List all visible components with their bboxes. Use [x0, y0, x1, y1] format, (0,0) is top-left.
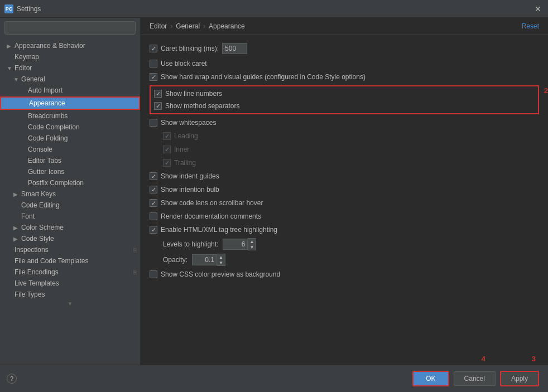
opacity-up-button[interactable]: ▲ — [217, 254, 225, 260]
title-bar: PC Settings ✕ — [0, 0, 548, 18]
sidebar-item-general[interactable]: ▼ General — [0, 74, 140, 85]
enable-html-xml-label: Enable HTML/XML tag tree highlighting — [161, 226, 277, 234]
show-code-lens-checkbox[interactable]: Show code lens on scrollbar hover — [150, 199, 263, 207]
show-hard-wrap-row: Show hard wrap and visual guides (config… — [150, 72, 539, 82]
sidebar-item-code-folding[interactable]: Code Folding — [0, 133, 140, 144]
sidebar-item-gutter-icons[interactable]: Gutter Icons — [0, 166, 140, 177]
sidebar-item-appearance[interactable]: Appearance — [0, 96, 140, 110]
show-css-checkbox[interactable]: Show CSS color preview as background — [150, 270, 280, 278]
show-css-row: Show CSS color preview as background — [150, 269, 539, 279]
breadcrumb-editor: Editor — [150, 22, 167, 30]
levels-down-button[interactable]: ▼ — [248, 244, 256, 250]
show-whitespaces-row: Show whitespaces — [150, 118, 539, 128]
sidebar-item-live-templates[interactable]: Live Templates — [0, 278, 140, 289]
sidebar-item-color-scheme[interactable]: ▶ Color Scheme — [0, 222, 140, 233]
caret-blinking-input[interactable] — [222, 43, 247, 54]
show-whitespaces-checkbox[interactable]: Show whitespaces — [150, 119, 216, 127]
sidebar-item-label: Editor — [15, 64, 32, 72]
ok-button[interactable]: OK — [412, 371, 449, 386]
caret-blinking-cb-box[interactable] — [150, 45, 157, 52]
show-method-sep-cb-box[interactable] — [154, 102, 162, 110]
right-panel: Editor › General › Appearance Reset Care… — [141, 18, 548, 365]
breadcrumb-bar: Editor › General › Appearance Reset — [141, 18, 548, 35]
render-docs-cb-box[interactable] — [150, 212, 157, 220]
sidebar-item-label: File and Code Templates — [15, 257, 89, 265]
cancel-button[interactable]: Cancel — [454, 371, 496, 386]
caret-blinking-label: Caret blinking (ms): — [161, 45, 219, 52]
levels-input[interactable] — [223, 239, 248, 250]
show-css-cb-box[interactable] — [150, 270, 157, 278]
trailing-checkbox[interactable]: Trailing — [163, 159, 196, 167]
sidebar-item-editor-tabs[interactable]: Editor Tabs — [0, 155, 140, 166]
search-box[interactable] — [4, 21, 136, 35]
leading-cb-box[interactable] — [163, 132, 171, 140]
leading-row: Leading — [163, 131, 539, 141]
opacity-down-button[interactable]: ▼ — [217, 260, 225, 265]
render-docs-row: Render documentation comments — [150, 211, 539, 221]
trailing-row: Trailing — [163, 158, 539, 168]
show-indent-checkbox[interactable]: Show indent guides — [150, 172, 219, 180]
show-indent-label: Show indent guides — [161, 172, 219, 180]
breadcrumb: Editor › General › Appearance — [150, 22, 245, 30]
show-whitespaces-cb-box[interactable] — [150, 119, 157, 127]
sidebar-item-console[interactable]: Console — [0, 144, 140, 155]
leading-checkbox[interactable]: Leading — [163, 132, 198, 140]
sidebar-item-editor[interactable]: ▼ Editor — [0, 62, 140, 74]
show-line-numbers-checkbox[interactable]: Show line numbers — [154, 90, 222, 98]
sidebar-item-file-code-templates[interactable]: File and Code Templates — [0, 255, 140, 267]
caret-blinking-checkbox[interactable]: Caret blinking (ms): — [150, 45, 219, 52]
enable-html-xml-cb-box[interactable] — [150, 226, 157, 234]
show-intention-checkbox[interactable]: Show intention bulb — [150, 186, 219, 193]
sidebar-item-file-encodings[interactable]: File Encodings ⎘ — [0, 267, 140, 278]
help-button[interactable]: ? — [7, 374, 17, 384]
sidebar-item-label: Auto Import — [28, 86, 63, 94]
sidebar-item-label: Code Style — [21, 235, 54, 243]
show-intention-label: Show intention bulb — [161, 186, 219, 193]
sidebar-item-code-completion[interactable]: Code Completion — [0, 122, 140, 133]
sidebar-item-smart-keys[interactable]: ▶ Smart Keys — [0, 188, 140, 200]
render-docs-checkbox[interactable]: Render documentation comments — [150, 212, 261, 220]
show-line-numbers-cb-box[interactable] — [154, 90, 162, 98]
show-method-sep-row: Show method separators — [154, 101, 535, 111]
show-code-lens-label: Show code lens on scrollbar hover — [161, 199, 263, 207]
sidebar-item-label: Live Templates — [15, 279, 59, 287]
sidebar-item-code-style[interactable]: ▶ Code Style — [0, 233, 140, 244]
enable-html-xml-checkbox[interactable]: Enable HTML/XML tag tree highlighting — [150, 226, 277, 234]
show-line-numbers-row: Show line numbers — [154, 89, 535, 99]
use-block-caret-cb-box[interactable] — [150, 60, 157, 67]
sidebar-item-auto-import[interactable]: Auto Import — [0, 85, 140, 96]
inner-cb-box[interactable] — [163, 146, 171, 153]
sidebar-item-label: Inspections — [15, 246, 49, 254]
show-line-numbers-label: Show line numbers — [165, 90, 222, 98]
apply-button[interactable]: Apply — [500, 371, 539, 386]
reset-button[interactable]: Reset — [522, 22, 539, 30]
sidebar-item-inspections[interactable]: Inspections ⎘ — [0, 244, 140, 255]
sidebar-item-label: General — [21, 75, 45, 83]
close-button[interactable]: ✕ — [532, 3, 544, 14]
opacity-input[interactable] — [192, 254, 217, 265]
arrow-icon: ▼ — [7, 65, 13, 71]
app-icon: PC — [4, 4, 13, 13]
sidebar-item-label: File Types — [15, 291, 45, 298]
trailing-cb-box[interactable] — [163, 159, 171, 167]
sidebar-item-code-editing[interactable]: Code Editing — [0, 200, 140, 211]
sidebar-item-breadcrumbs[interactable]: Breadcrumbs — [0, 110, 140, 122]
use-block-caret-checkbox[interactable]: Use block caret — [150, 60, 207, 67]
show-intention-cb-box[interactable] — [150, 186, 157, 193]
search-input[interactable] — [9, 24, 131, 32]
opacity-spinner: ▲ ▼ — [217, 254, 225, 266]
show-indent-cb-box[interactable] — [150, 172, 157, 180]
sidebar-item-appearance-behavior[interactable]: ▶ Appearance & Behavior — [0, 40, 140, 51]
show-method-sep-checkbox[interactable]: Show method separators — [154, 102, 239, 110]
levels-up-button[interactable]: ▲ — [248, 239, 256, 244]
sidebar-item-file-types[interactable]: File Types — [0, 289, 140, 300]
show-code-lens-cb-box[interactable] — [150, 199, 157, 207]
inner-checkbox[interactable]: Inner — [163, 146, 189, 153]
sidebar-item-postfix-completion[interactable]: Postfix Completion — [0, 177, 140, 188]
show-hard-wrap-cb-box[interactable] — [150, 73, 157, 81]
sidebar-item-label: Appearance — [29, 99, 65, 107]
sidebar-item-keymap[interactable]: Keymap — [0, 51, 140, 62]
show-hard-wrap-checkbox[interactable]: Show hard wrap and visual guides (config… — [150, 73, 366, 81]
sidebar-item-label: Code Editing — [21, 201, 60, 209]
sidebar-item-font[interactable]: Font — [0, 211, 140, 222]
